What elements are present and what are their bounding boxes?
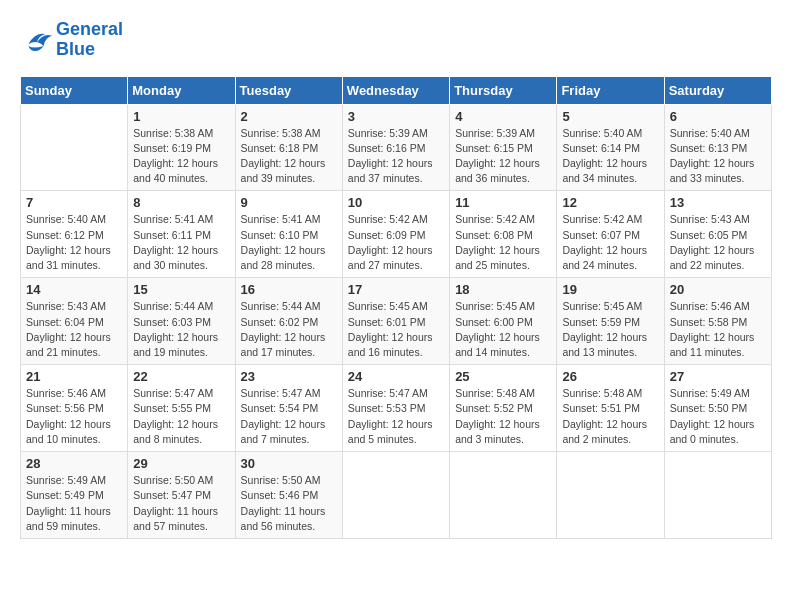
- calendar-cell: 24Sunrise: 5:47 AM Sunset: 5:53 PM Dayli…: [342, 365, 449, 452]
- day-number: 3: [348, 109, 444, 124]
- day-number: 28: [26, 456, 122, 471]
- logo-text-general: General: [56, 20, 123, 40]
- day-number: 21: [26, 369, 122, 384]
- day-info: Sunrise: 5:43 AM Sunset: 6:04 PM Dayligh…: [26, 299, 122, 360]
- page-header: General Blue: [20, 20, 772, 60]
- calendar-cell: 16Sunrise: 5:44 AM Sunset: 6:02 PM Dayli…: [235, 278, 342, 365]
- day-number: 7: [26, 195, 122, 210]
- day-number: 19: [562, 282, 658, 297]
- dow-header: Friday: [557, 76, 664, 104]
- day-number: 24: [348, 369, 444, 384]
- day-number: 12: [562, 195, 658, 210]
- day-info: Sunrise: 5:47 AM Sunset: 5:53 PM Dayligh…: [348, 386, 444, 447]
- calendar-cell: 4Sunrise: 5:39 AM Sunset: 6:15 PM Daylig…: [450, 104, 557, 191]
- day-info: Sunrise: 5:47 AM Sunset: 5:54 PM Dayligh…: [241, 386, 337, 447]
- day-number: 1: [133, 109, 229, 124]
- day-number: 18: [455, 282, 551, 297]
- calendar-cell: [664, 452, 771, 539]
- calendar-cell: 17Sunrise: 5:45 AM Sunset: 6:01 PM Dayli…: [342, 278, 449, 365]
- day-info: Sunrise: 5:40 AM Sunset: 6:14 PM Dayligh…: [562, 126, 658, 187]
- calendar-cell: 6Sunrise: 5:40 AM Sunset: 6:13 PM Daylig…: [664, 104, 771, 191]
- calendar-cell: 26Sunrise: 5:48 AM Sunset: 5:51 PM Dayli…: [557, 365, 664, 452]
- day-number: 29: [133, 456, 229, 471]
- day-info: Sunrise: 5:45 AM Sunset: 6:01 PM Dayligh…: [348, 299, 444, 360]
- day-number: 23: [241, 369, 337, 384]
- calendar-cell: [450, 452, 557, 539]
- day-number: 8: [133, 195, 229, 210]
- day-number: 20: [670, 282, 766, 297]
- day-info: Sunrise: 5:50 AM Sunset: 5:47 PM Dayligh…: [133, 473, 229, 534]
- day-info: Sunrise: 5:45 AM Sunset: 5:59 PM Dayligh…: [562, 299, 658, 360]
- day-info: Sunrise: 5:48 AM Sunset: 5:52 PM Dayligh…: [455, 386, 551, 447]
- calendar-cell: 13Sunrise: 5:43 AM Sunset: 6:05 PM Dayli…: [664, 191, 771, 278]
- day-info: Sunrise: 5:45 AM Sunset: 6:00 PM Dayligh…: [455, 299, 551, 360]
- calendar-table: SundayMondayTuesdayWednesdayThursdayFrid…: [20, 76, 772, 539]
- day-info: Sunrise: 5:44 AM Sunset: 6:02 PM Dayligh…: [241, 299, 337, 360]
- day-info: Sunrise: 5:46 AM Sunset: 5:56 PM Dayligh…: [26, 386, 122, 447]
- day-number: 10: [348, 195, 444, 210]
- logo-text-blue: Blue: [56, 40, 123, 60]
- dow-header: Thursday: [450, 76, 557, 104]
- calendar-cell: 21Sunrise: 5:46 AM Sunset: 5:56 PM Dayli…: [21, 365, 128, 452]
- day-info: Sunrise: 5:42 AM Sunset: 6:07 PM Dayligh…: [562, 212, 658, 273]
- day-info: Sunrise: 5:38 AM Sunset: 6:18 PM Dayligh…: [241, 126, 337, 187]
- dow-header: Tuesday: [235, 76, 342, 104]
- calendar-cell: 25Sunrise: 5:48 AM Sunset: 5:52 PM Dayli…: [450, 365, 557, 452]
- dow-header: Saturday: [664, 76, 771, 104]
- calendar-cell: 1Sunrise: 5:38 AM Sunset: 6:19 PM Daylig…: [128, 104, 235, 191]
- day-number: 17: [348, 282, 444, 297]
- day-info: Sunrise: 5:40 AM Sunset: 6:12 PM Dayligh…: [26, 212, 122, 273]
- calendar-cell: 12Sunrise: 5:42 AM Sunset: 6:07 PM Dayli…: [557, 191, 664, 278]
- day-info: Sunrise: 5:39 AM Sunset: 6:15 PM Dayligh…: [455, 126, 551, 187]
- day-info: Sunrise: 5:39 AM Sunset: 6:16 PM Dayligh…: [348, 126, 444, 187]
- day-number: 26: [562, 369, 658, 384]
- calendar-cell: 9Sunrise: 5:41 AM Sunset: 6:10 PM Daylig…: [235, 191, 342, 278]
- calendar-cell: 2Sunrise: 5:38 AM Sunset: 6:18 PM Daylig…: [235, 104, 342, 191]
- day-info: Sunrise: 5:42 AM Sunset: 6:08 PM Dayligh…: [455, 212, 551, 273]
- day-info: Sunrise: 5:46 AM Sunset: 5:58 PM Dayligh…: [670, 299, 766, 360]
- day-info: Sunrise: 5:43 AM Sunset: 6:05 PM Dayligh…: [670, 212, 766, 273]
- calendar-cell: 3Sunrise: 5:39 AM Sunset: 6:16 PM Daylig…: [342, 104, 449, 191]
- calendar-cell: 7Sunrise: 5:40 AM Sunset: 6:12 PM Daylig…: [21, 191, 128, 278]
- day-info: Sunrise: 5:41 AM Sunset: 6:10 PM Dayligh…: [241, 212, 337, 273]
- dow-header: Monday: [128, 76, 235, 104]
- calendar-cell: 11Sunrise: 5:42 AM Sunset: 6:08 PM Dayli…: [450, 191, 557, 278]
- logo-icon: [20, 26, 52, 54]
- dow-header: Sunday: [21, 76, 128, 104]
- day-number: 30: [241, 456, 337, 471]
- logo: General Blue: [20, 20, 123, 60]
- calendar-cell: 20Sunrise: 5:46 AM Sunset: 5:58 PM Dayli…: [664, 278, 771, 365]
- day-info: Sunrise: 5:44 AM Sunset: 6:03 PM Dayligh…: [133, 299, 229, 360]
- day-number: 2: [241, 109, 337, 124]
- day-info: Sunrise: 5:47 AM Sunset: 5:55 PM Dayligh…: [133, 386, 229, 447]
- calendar-cell: 28Sunrise: 5:49 AM Sunset: 5:49 PM Dayli…: [21, 452, 128, 539]
- calendar-cell: 23Sunrise: 5:47 AM Sunset: 5:54 PM Dayli…: [235, 365, 342, 452]
- day-info: Sunrise: 5:38 AM Sunset: 6:19 PM Dayligh…: [133, 126, 229, 187]
- calendar-cell: [21, 104, 128, 191]
- calendar-cell: 30Sunrise: 5:50 AM Sunset: 5:46 PM Dayli…: [235, 452, 342, 539]
- day-info: Sunrise: 5:49 AM Sunset: 5:50 PM Dayligh…: [670, 386, 766, 447]
- day-info: Sunrise: 5:40 AM Sunset: 6:13 PM Dayligh…: [670, 126, 766, 187]
- calendar-cell: 8Sunrise: 5:41 AM Sunset: 6:11 PM Daylig…: [128, 191, 235, 278]
- day-number: 27: [670, 369, 766, 384]
- day-number: 14: [26, 282, 122, 297]
- day-number: 6: [670, 109, 766, 124]
- calendar-cell: 5Sunrise: 5:40 AM Sunset: 6:14 PM Daylig…: [557, 104, 664, 191]
- calendar-cell: 22Sunrise: 5:47 AM Sunset: 5:55 PM Dayli…: [128, 365, 235, 452]
- calendar-cell: 29Sunrise: 5:50 AM Sunset: 5:47 PM Dayli…: [128, 452, 235, 539]
- calendar-cell: 27Sunrise: 5:49 AM Sunset: 5:50 PM Dayli…: [664, 365, 771, 452]
- calendar-cell: 18Sunrise: 5:45 AM Sunset: 6:00 PM Dayli…: [450, 278, 557, 365]
- dow-header: Wednesday: [342, 76, 449, 104]
- day-number: 11: [455, 195, 551, 210]
- day-info: Sunrise: 5:41 AM Sunset: 6:11 PM Dayligh…: [133, 212, 229, 273]
- day-number: 25: [455, 369, 551, 384]
- day-number: 4: [455, 109, 551, 124]
- calendar-cell: 14Sunrise: 5:43 AM Sunset: 6:04 PM Dayli…: [21, 278, 128, 365]
- day-info: Sunrise: 5:49 AM Sunset: 5:49 PM Dayligh…: [26, 473, 122, 534]
- calendar-cell: 19Sunrise: 5:45 AM Sunset: 5:59 PM Dayli…: [557, 278, 664, 365]
- day-info: Sunrise: 5:48 AM Sunset: 5:51 PM Dayligh…: [562, 386, 658, 447]
- calendar-cell: 10Sunrise: 5:42 AM Sunset: 6:09 PM Dayli…: [342, 191, 449, 278]
- day-number: 16: [241, 282, 337, 297]
- day-number: 22: [133, 369, 229, 384]
- calendar-cell: [557, 452, 664, 539]
